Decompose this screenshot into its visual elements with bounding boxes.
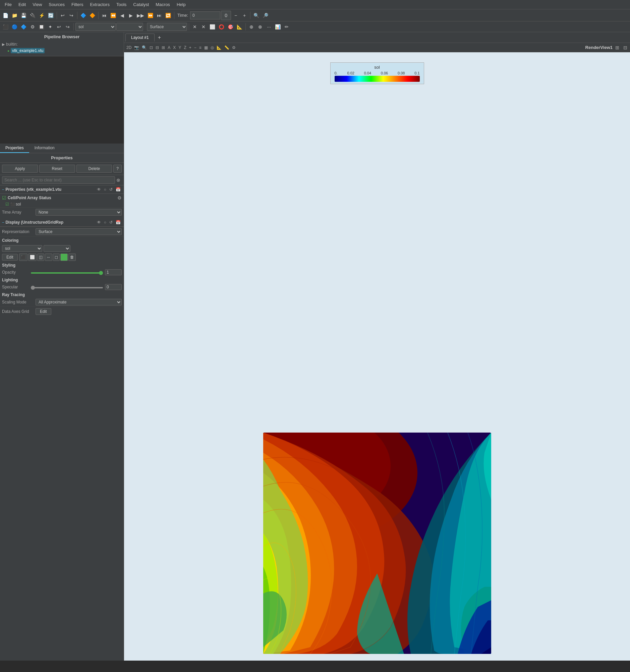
tb2-btn7[interactable]: ↩ (55, 22, 63, 31)
color-swatch[interactable] (60, 254, 68, 261)
tb2-btn4[interactable]: ⚙ (28, 22, 37, 31)
rtb-interact-btn[interactable]: ⊟ (154, 45, 160, 50)
time-plus-btn[interactable]: + (240, 11, 248, 20)
rtb-reset-btn[interactable]: ⊡ (148, 45, 154, 50)
layout-split-btn[interactable]: ⊟ (622, 45, 629, 51)
array-gear-icon[interactable]: ⚙ (117, 195, 122, 200)
rtb-zoom-btn[interactable]: 🔍 (141, 45, 148, 50)
file-name-label[interactable]: vtk_example1.vtu (11, 48, 45, 53)
start-btn[interactable]: ⏮ (100, 11, 108, 20)
delete-filter-btn[interactable]: 🔶 (88, 11, 97, 20)
specular-slider[interactable] (31, 287, 103, 288)
new-file-btn[interactable]: 📄 (1, 11, 10, 20)
add-filter-btn[interactable]: 🔷 (79, 11, 88, 20)
rtb-more1-btn[interactable]: + (188, 45, 192, 50)
display-eye-btn[interactable]: 👁 (96, 220, 102, 225)
section-calendar-btn[interactable]: 📅 (115, 187, 122, 192)
undo-btn[interactable]: ↩ (59, 11, 67, 20)
menu-catalyst[interactable]: Catalyst (130, 1, 152, 8)
section-eye-btn[interactable]: 👁 (96, 187, 102, 192)
menu-extractors[interactable]: Extractors (87, 1, 113, 8)
color-tb-btn4[interactable]: ↔ (45, 254, 52, 261)
menu-edit[interactable]: Edit (15, 1, 29, 8)
time-display-btn[interactable]: 0 (221, 11, 231, 20)
end-btn[interactable]: ⏭ (155, 11, 163, 20)
display-lock-btn[interactable]: ○ (103, 220, 107, 225)
representation-select[interactable]: Surface (147, 23, 187, 31)
tb2-circle-btn[interactable]: ⭕ (217, 22, 226, 31)
display-calendar-btn[interactable]: 📅 (115, 220, 122, 225)
render-area[interactable]: sol 0. 0.02 0.04 0.06 0.08 0.1 (124, 52, 630, 661)
layout-grid-btn[interactable]: ⊞ (614, 45, 621, 51)
color-tb-btn2[interactable]: ⬜ (28, 254, 37, 261)
apply-button[interactable]: Apply (2, 165, 38, 173)
rtb-more2-btn[interactable]: − (193, 45, 197, 50)
menu-macros[interactable]: Macros (152, 1, 173, 8)
color-tb-btn5[interactable]: ◻ (53, 254, 60, 261)
tb2-edit-btn[interactable]: ✏ (283, 22, 291, 31)
color-tb-btn1[interactable]: ⬛ (19, 254, 27, 261)
tb2-btn1[interactable]: ⬛ (1, 22, 10, 31)
menu-view[interactable]: View (29, 1, 45, 8)
tab-information[interactable]: Information (29, 144, 60, 153)
tb2-btn2[interactable]: 🔵 (10, 22, 19, 31)
tb2-more-btn[interactable]: ··· (265, 22, 273, 31)
search-input[interactable] (2, 176, 115, 184)
time-input[interactable] (190, 11, 220, 20)
scaling-mode-select[interactable]: All Approximate (35, 299, 122, 306)
loop-btn[interactable]: 🔁 (164, 11, 172, 20)
rtb-select2-btn[interactable]: A (167, 45, 171, 50)
next-frame-btn[interactable]: ▶▶ (136, 11, 146, 20)
opacity-value-input[interactable] (105, 269, 122, 275)
tb2-btn3[interactable]: 🔷 (20, 22, 28, 31)
data-axes-grid-edit-btn[interactable]: Edit (35, 308, 51, 315)
rtb-orient-y-btn[interactable]: Y (177, 45, 182, 50)
time-minus-btn[interactable]: − (232, 11, 240, 20)
rtb-more5-btn[interactable]: ◎ (210, 45, 215, 50)
play-btn[interactable]: ▶ (127, 11, 135, 20)
menu-sources[interactable]: Sources (45, 1, 68, 8)
color-array-select[interactable]: sol (2, 245, 42, 252)
tb2-box-btn[interactable]: ⬜ (208, 22, 217, 31)
source-type-select[interactable] (116, 23, 143, 31)
add-layout-btn[interactable]: + (156, 34, 163, 41)
color-tb-btn6[interactable]: 🗑 (68, 254, 76, 261)
display-refresh-btn[interactable]: ↺ (108, 220, 114, 225)
section-lock-btn[interactable]: ○ (103, 187, 107, 192)
edit-coloring-btn[interactable]: Edit (2, 254, 18, 261)
tab-properties[interactable]: Properties (0, 144, 29, 153)
section-refresh-btn[interactable]: ↺ (108, 187, 114, 192)
prev-frame-btn[interactable]: ◀ (118, 11, 126, 20)
search-clear-btn[interactable]: ⊗ (115, 177, 122, 184)
tb2-chart-btn[interactable]: 📊 (273, 22, 282, 31)
menu-file[interactable]: File (1, 1, 15, 8)
rtb-more3-btn[interactable]: ≡ (198, 45, 202, 50)
refresh-btn[interactable]: 🔄 (47, 11, 55, 20)
representation-dropdown[interactable]: Surface (35, 229, 122, 235)
rtb-more8-btn[interactable]: ⚙ (231, 45, 237, 50)
zoom-out-btn[interactable]: 🔎 (261, 11, 270, 20)
opacity-slider[interactable] (31, 272, 103, 273)
delete-button[interactable]: Delete (76, 165, 112, 173)
rtb-orient-z-btn[interactable]: Z (183, 45, 187, 50)
next-btn[interactable]: ⏩ (146, 11, 154, 20)
array-checkbox-icon[interactable]: ☑ (2, 195, 6, 200)
rtb-more4-btn[interactable]: ▦ (203, 45, 209, 50)
specular-value-input[interactable] (105, 284, 122, 290)
rtb-more7-btn[interactable]: 📏 (223, 45, 231, 50)
tb2-btn6[interactable]: ✦ (46, 22, 54, 31)
display-section-header[interactable]: − Display (UnstructuredGridRep 👁 ○ ↺ 📅 (0, 218, 124, 227)
rtb-select1-btn[interactable]: ⊞ (161, 45, 166, 50)
rtb-camera-btn[interactable]: 📷 (133, 45, 140, 50)
tb2-pick-btn[interactable]: 🎯 (226, 22, 235, 31)
color-tb-btn3[interactable]: ◫ (37, 254, 44, 261)
color-component-select[interactable] (44, 245, 70, 252)
menu-tools[interactable]: Tools (113, 1, 130, 8)
source-select[interactable]: sol (75, 23, 116, 31)
menu-filters[interactable]: Filters (68, 1, 87, 8)
rtb-more6-btn[interactable]: 📐 (216, 45, 223, 50)
rtb-orient-x-btn[interactable]: X (172, 45, 177, 50)
open-btn[interactable]: 📁 (10, 11, 19, 20)
tb2-snap-btn[interactable]: 📐 (235, 22, 244, 31)
menu-help[interactable]: Help (173, 1, 189, 8)
